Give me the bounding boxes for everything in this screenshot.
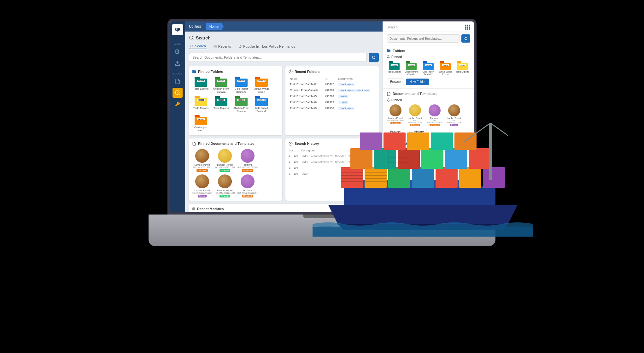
app-title: Utilities [189,24,201,29]
new-label: New [174,43,181,46]
doc-browse-button[interactable]: Browse [387,129,404,135]
list-item[interactable]: + Lum... [289,165,376,171]
list-item[interactable]: Proforma Ref. #MG2021011304 Unlocked [426,104,443,126]
doc-history-button[interactable]: History [406,129,427,135]
list-item[interactable]: Lumber Permit Ref. #MS00025666 Unlocked [387,104,404,126]
search-header: Search [189,35,379,40]
svg-point-8 [190,45,193,47]
list-item[interactable]: #99201 Tesla Exports [192,77,210,93]
laptop-base [149,215,495,246]
search-button-icon [372,56,376,60]
list-item[interactable]: #98056 Gold Import Batch [192,115,210,132]
list-item[interactable]: #98100 Gold Import Batch #2 [253,96,270,113]
list-item[interactable]: Proforma Ref. #MG2021011304 Unlocked [237,174,258,197]
recent-modules-title: Recent Modules [192,207,376,211]
table-row[interactable]: Pork Export Batch #5 #91289 (5) ISF [289,93,376,99]
list-item[interactable]: + Lum... Addi... Administration Rd, Broc… [289,159,376,165]
svg-marker-11 [239,45,242,48]
col-id: ID [324,77,337,81]
list-item[interactable]: Lumber Permit Ref. #MG2021011304 Pinned [192,174,212,197]
list-item[interactable]: #99201 Tesla Exports [192,96,210,113]
pinned-docs-card: Pinned Documents and Templates Lumber Pe… [189,138,282,201]
tabs-row: Search Recents Popular In - Los Pollos H… [189,44,379,49]
sidebar-tools-icon[interactable] [173,99,183,109]
list-item[interactable]: #99201 Tesla Exports [387,61,402,76]
browse-button[interactable]: Browse [387,79,404,85]
list-item[interactable]: + Lum... Arch... [289,171,376,177]
new-folder-button[interactable]: New Folder [406,79,429,85]
app-logo: S|B [172,24,183,35]
list-item[interactable]: Proforma Ref. #MG2021011304 Unlocked [237,149,258,172]
right-search-input[interactable] [387,34,460,43]
top-bar: Utilities Home [185,21,383,32]
list-item[interactable]: #99202 Chicken From Canada [212,77,230,93]
svg-line-58 [490,123,508,136]
svg-point-12 [372,56,375,59]
search-input[interactable] [189,53,367,62]
svg-point-16 [465,37,467,39]
tab-recents[interactable]: Recents [212,44,232,49]
doc-icon [192,142,196,146]
breadcrumb-home[interactable]: Home [206,23,224,30]
table-row[interactable]: Pork Export Batch #8 #99939 (2) CInvoice [289,105,376,111]
folders-row: Pinned Folders #99201 Tesla Exports [189,66,379,135]
tab-search[interactable]: Search [189,44,207,49]
search-button[interactable] [369,53,379,62]
tab-recents-icon [214,45,217,48]
list-item[interactable]: #98100 Gold Import Batch #2 [232,77,250,93]
list-item[interactable]: Lumber Permit Ref. #MG2021011304 Templat… [215,149,235,172]
right-search-bar [383,32,474,45]
grid-view-icon[interactable] [465,25,470,30]
right-modules-icon [387,142,390,145]
table-row[interactable]: Pork Export Batch #6 #99922 (1) ISF [289,99,376,105]
list-item[interactable]: Lumber Permit Ref. #MG2021011304 Pinned [445,104,463,126]
pinned-folders-card: Pinned Folders #99201 Tesla Exports [189,66,282,135]
list-item[interactable]: Lumber Permit Ref. #MG2021011304 Unlocke… [406,104,424,126]
list-item[interactable]: Lumber Permit Ref. #MG2021011304 Templat… [215,174,235,197]
right-docs-pinned-title: Pinned [387,98,470,102]
docs-history-row: Pinned Documents and Templates Lumber Pe… [189,138,379,201]
svg-line-17 [466,39,467,40]
svg-line-5 [179,94,179,95]
right-search-button-icon [464,37,468,40]
search-bar [189,53,379,62]
search-title: Search [196,35,211,40]
table-row[interactable]: Chicken From Canada #99202 (3) CInvoice,… [289,87,376,93]
history-btn-icon [409,131,413,134]
folder-icon [192,69,196,74]
main-content: Utilities Home Search Search [185,21,383,212]
svg-rect-39 [483,167,505,188]
list-item[interactable]: #99201 Tesla Exports [455,61,470,76]
tools-label: Tools [173,72,182,75]
svg-point-6 [190,36,193,39]
table-row[interactable]: Pork Export Batch #2 #98923 (2) CInvoice [289,81,376,87]
list-item[interactable]: #99201 Tesla Exports [212,96,230,113]
right-docs-icon [387,92,391,96]
sidebar-new-doc-icon[interactable] [173,47,183,57]
pinned-folders-title: Pinned Folders [192,69,279,74]
list-item[interactable]: #98056 Buffalo Wings Export [253,77,270,93]
sidebar-upload-icon[interactable] [173,58,183,68]
list-item[interactable]: #98100 Gold Import Batch #2 [421,61,436,76]
list-item[interactable]: #99202 Chicken from Canada [404,61,419,76]
right-panel: Search [383,21,474,212]
tab-search-icon [190,44,194,48]
pinned-docs-title: Pinned Documents and Templates [192,142,279,146]
right-modules-section: Recent Modules [383,139,474,152]
sidebar-docs-icon[interactable] [173,76,183,86]
right-panel-header: Search [383,21,474,32]
sidebar-search-icon[interactable] [173,88,183,98]
list-item[interactable]: + Lum... Addi... Administration Rd, Broc… [289,153,376,159]
col-name: Name [289,77,324,81]
recent-folders-card: Recent Folders Name ID Documents [285,66,379,135]
right-search-button[interactable] [461,34,470,43]
page-content: Search Search Recents [185,32,383,212]
list-item[interactable]: #99202 Chicken From Canada [232,96,250,113]
svg-point-4 [175,91,179,94]
search-header-icon [189,35,194,40]
modules-dot-icon [192,207,195,210]
list-item[interactable]: Lumber Permit Ref. #MS00025666 Unlocked [192,149,212,172]
tab-popular[interactable]: Popular In - Los Pollos Hermanos [237,44,296,49]
list-item[interactable]: #98056 Buffalo Wings Export [438,61,453,76]
right-modules-title: Recent Modules [387,142,470,146]
